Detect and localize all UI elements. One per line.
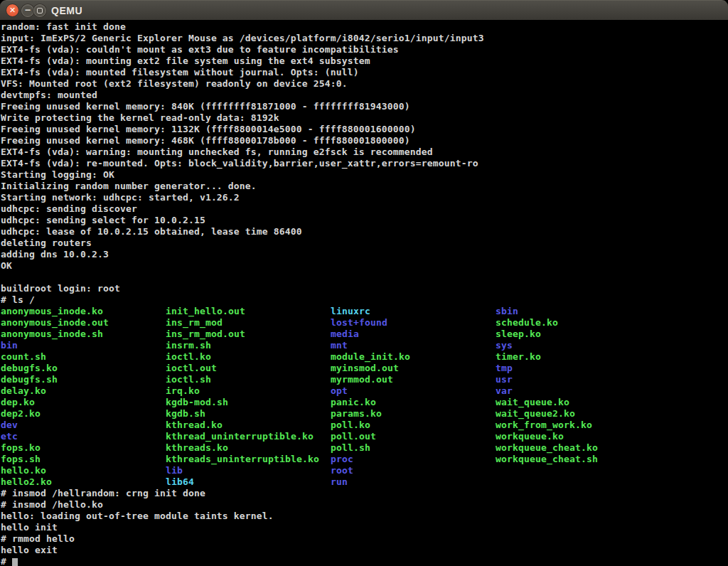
file-entry: fops.ko [1,442,166,454]
terminal-line: OK [1,260,728,272]
file-entry: debugfs.ko [1,363,166,374]
terminal-line: # insmod /hello.ko [1,499,728,511]
prompt-line: # [1,556,728,566]
file-entry: work_from_work.ko [496,420,660,431]
terminal-line: Write protecting the kernel read-only da… [1,112,728,124]
file-entry: irq.ko [166,385,331,397]
ls-row: anonymous_inode.shins_rm_mod.outmediasle… [1,329,728,340]
ls-row: count.shioctl.komodule_init.kotimer.ko [1,351,728,363]
maximize-button[interactable] [33,4,46,17]
cursor [12,558,18,566]
file-entry: kgdb.sh [166,408,331,420]
terminal-line: EXT4-fs (vda): mounting ext2 file system… [1,55,728,67]
maximize-icon [37,8,43,14]
file-entry: ioctl.out [166,363,331,374]
terminal-line: Starting logging: OK [1,169,728,181]
ls-row: hello2.kolib64run [1,476,728,488]
file-entry: panic.ko [331,397,496,408]
file-entry: workqueue_cheat.ko [496,442,660,454]
terminal-line: Starting network: udhcpc: started, v1.26… [1,192,728,203]
file-entry: kthreads.ko [166,442,331,454]
terminal-line: # rmmod hello [1,533,728,545]
window-title: QEMU [51,1,82,21]
terminal-line [1,272,728,283]
terminal-line: hello init [1,522,728,533]
terminal-line: udhcpc: sending select for 10.0.2.15 [1,215,728,226]
ls-row: anonymous_inode.koinit_hello.outlinuxrcs… [1,306,728,317]
file-entry: kthread_uninterruptible.ko [166,431,331,442]
ls-row: fops.kokthreads.kopoll.shworkqueue_cheat… [1,442,728,454]
file-entry: root [331,465,496,476]
file-entry: timer.ko [496,351,660,363]
ls-row: devkthread.kopoll.kowork_from_work.ko [1,420,728,431]
terminal-line: Freeing unused kernel memory: 840K (ffff… [1,101,728,112]
ls-row: hello.kolibroot [1,465,728,476]
terminal-line: devtmpfs: mounted [1,90,728,101]
file-entry: hello.ko [1,465,166,476]
file-entry: lost+found [331,317,496,329]
file-entry: poll.out [331,431,496,442]
file-entry: wait_queue2.ko [496,408,660,420]
close-button[interactable]: ✕ [6,4,19,17]
ls-row: dep.kokgdb-mod.shpanic.kowait_queue.ko [1,397,728,408]
terminal-line: EXT4-fs (vda): couldn't mount as ext3 du… [1,44,728,55]
terminal-line: # ls / [1,294,728,306]
terminal-line: udhcpc: sending discover [1,203,728,215]
ls-row: etckthread_uninterruptible.kopoll.outwor… [1,431,728,442]
file-entry: ins_rm_mod [166,317,331,329]
file-entry: workqueue_cheat.sh [496,454,660,465]
minimize-button[interactable]: — [21,4,34,17]
file-entry: debugfs.sh [1,374,166,385]
file-entry: insrm.sh [166,340,331,351]
terminal-line: udhcpc: lease of 10.0.2.15 obtained, lea… [1,226,728,237]
terminal-line: random: fast init done [1,21,728,33]
file-entry: bin [1,340,166,351]
file-entry: sbin [496,306,660,317]
file-entry: hello2.ko [1,476,166,488]
file-entry: mnt [331,340,496,351]
ls-row: fops.shkthreads_uninterruptible.koprocwo… [1,454,728,465]
file-entry: poll.sh [331,442,496,454]
terminal-line: # insmod /hellrandom: crng init done [1,488,728,499]
file-entry: kthreads_uninterruptible.ko [166,454,331,465]
terminal-line: Initializing random number generator... … [1,181,728,192]
file-entry: proc [331,454,496,465]
file-entry: myrmmod.out [331,374,496,385]
file-entry: tmp [496,363,660,374]
terminal-screen[interactable]: random: fast init doneinput: ImExPS/2 Ge… [0,20,728,566]
close-icon: ✕ [9,6,16,15]
file-entry: opt [331,385,496,397]
terminal-line: Freeing unused kernel memory: 468K (ffff… [1,135,728,146]
qemu-window: ✕ — QEMU random: fast init doneinput: Im… [0,0,728,566]
file-entry: init_hello.out [166,306,331,317]
ls-row: bininsrm.shmntsys [1,340,728,351]
file-entry: poll.ko [331,420,496,431]
ls-row: anonymous_inode.outins_rm_modlost+founds… [1,317,728,329]
file-entry: ins_rm_mod.out [166,329,331,340]
file-entry: kgdb-mod.sh [166,397,331,408]
terminal-line: buildroot login: root [1,283,728,294]
file-entry: dev [1,420,166,431]
file-entry: anonymous_inode.ko [1,306,166,317]
file-entry: count.sh [1,351,166,363]
file-entry: workqueue.ko [496,431,660,442]
file-entry: sleep.ko [496,329,660,340]
ls-row: dep2.kokgdb.shparams.kowait_queue2.ko [1,408,728,420]
file-entry: linuxrc [331,306,496,317]
terminal-line: Freeing unused kernel memory: 1132K (fff… [1,124,728,135]
file-entry: usr [496,374,660,385]
file-entry: anonymous_inode.sh [1,329,166,340]
file-entry: media [331,329,496,340]
terminal-line: EXT4-fs (vda): mounted filesystem withou… [1,67,728,78]
terminal-line: deleting routers [1,237,728,249]
file-entry: lib64 [166,476,331,488]
file-entry: lib [166,465,331,476]
terminal-line: adding dns 10.0.2.3 [1,249,728,260]
shell-prompt: # [1,556,12,566]
file-entry: params.ko [331,408,496,420]
file-entry: module_init.ko [331,351,496,363]
terminal-line: EXT4-fs (vda): re-mounted. Opts: block_v… [1,158,728,169]
file-entry: anonymous_inode.out [1,317,166,329]
file-entry: sys [496,340,660,351]
terminal-line: hello: loading out-of-tree module taints… [1,511,728,522]
